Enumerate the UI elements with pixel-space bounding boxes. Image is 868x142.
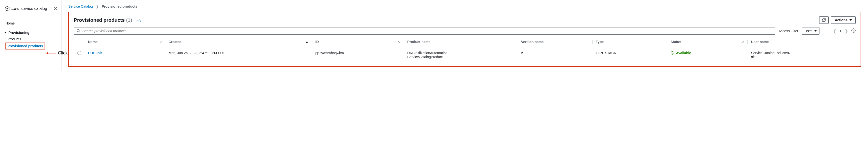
nav-products[interactable]: Products: [0, 36, 61, 42]
caret-down-icon: [4, 32, 6, 33]
search-box[interactable]: [74, 27, 775, 35]
provisioned-products-table: Name▽ Created▲ ID▽ Product name Version: [74, 37, 856, 63]
caret-down-icon: [814, 30, 817, 32]
col-version[interactable]: Version name: [518, 37, 592, 47]
nav-provisioned-products[interactable]: Provisioned products: [5, 42, 45, 49]
col-user-label: User name: [751, 40, 769, 44]
caret-down-icon: [849, 19, 852, 21]
panel-header: Provisioned products (1) Info: [74, 16, 856, 24]
cell-type: CFN_STACK: [596, 51, 616, 55]
svg-point-0: [77, 29, 79, 32]
access-filter-label: Access Filter: [779, 29, 799, 33]
sort-icon: ▽: [742, 40, 744, 43]
status-badge: Available: [671, 51, 691, 55]
breadcrumb: Service Catalog ❯ Provisioned products: [68, 4, 861, 8]
page-prev[interactable]: ❮: [833, 28, 837, 34]
close-icon[interactable]: ✕: [54, 5, 58, 11]
gear-icon: [851, 29, 856, 33]
cell-user: ServiceCatalogEndUserRole: [751, 51, 790, 59]
col-product[interactable]: Product name: [404, 37, 518, 47]
col-select: [74, 37, 85, 47]
aws-service-catalog-logo: aws service catalog: [4, 6, 47, 11]
col-created-label: Created: [168, 40, 182, 44]
col-status[interactable]: Status▽: [667, 37, 747, 47]
sort-asc-icon: ▲: [306, 40, 308, 43]
search-input[interactable]: [83, 29, 772, 33]
cell-version: v1: [521, 51, 525, 55]
col-type-label: Type: [596, 40, 604, 44]
nav-provisioning-label: Provisioning: [8, 31, 29, 35]
sidebar: aws service catalog ✕ Home Provisioning …: [0, 0, 61, 71]
page-title: Provisioned products (1): [74, 17, 132, 23]
breadcrumb-root[interactable]: Service Catalog: [68, 4, 93, 8]
page-number: 1: [840, 29, 841, 33]
page-next[interactable]: ❯: [844, 28, 848, 34]
refresh-button[interactable]: [819, 16, 829, 24]
nav-provisioned-products-label: Provisioned products: [7, 44, 43, 48]
col-status-label: Status: [671, 40, 681, 44]
pagination: ❮ 1 ❯: [833, 28, 856, 34]
refresh-icon: [822, 18, 826, 22]
main-content: Service Catalog ❯ Provisioned products P…: [61, 0, 868, 71]
page-title-count: (1): [126, 17, 132, 23]
chevron-right-icon: ❯: [96, 4, 99, 8]
brand-service: service catalog: [21, 6, 47, 11]
cell-product: DRSInitlizationAutomationServiceCatalogP…: [407, 51, 450, 59]
brand-aws: aws: [11, 6, 19, 11]
info-link[interactable]: Info: [136, 19, 142, 23]
cell-id: pp-fywlfrwhoqwkm: [315, 51, 344, 55]
actions-label: Actions: [835, 18, 847, 22]
access-filter-select[interactable]: User: [802, 27, 820, 35]
settings-button[interactable]: [851, 29, 856, 34]
table-header-row: Name▽ Created▲ ID▽ Product name Version: [74, 37, 856, 47]
cell-created: Mon, Jun 26, 2023, 2:47:11 PM EDT: [168, 51, 225, 55]
cube-icon: [4, 6, 10, 11]
sidebar-header: aws service catalog ✕: [0, 5, 61, 17]
nav-home[interactable]: Home: [0, 19, 61, 28]
col-version-label: Version name: [521, 40, 544, 44]
breadcrumb-current: Provisioned products: [102, 4, 137, 8]
actions-dropdown[interactable]: Actions: [831, 16, 856, 24]
toolbar: Access Filter User ❮ 1 ❯: [74, 27, 856, 35]
col-created[interactable]: Created▲: [165, 37, 312, 47]
col-name-label: Name: [88, 40, 97, 44]
col-id-label: ID: [315, 40, 319, 44]
provisioned-products-panel: Provisioned products (1) Info: [68, 12, 861, 67]
nav-section-provisioning[interactable]: Provisioning: [0, 28, 61, 36]
search-icon: [76, 29, 81, 33]
check-circle-icon: [671, 51, 674, 55]
status-text: Available: [676, 51, 691, 55]
svg-point-2: [853, 30, 854, 31]
col-id[interactable]: ID▽: [312, 37, 404, 47]
access-filter-value: User: [805, 29, 812, 33]
col-product-label: Product name: [407, 40, 430, 44]
col-name[interactable]: Name▽: [85, 37, 165, 47]
product-name-link[interactable]: DRS-Init: [88, 51, 102, 55]
svg-line-1: [79, 31, 80, 32]
sort-icon: ▽: [398, 40, 400, 43]
col-type[interactable]: Type: [592, 37, 667, 47]
nav: Home Provisioning Products Provisioned p…: [0, 17, 61, 51]
page-title-text: Provisioned products: [74, 17, 125, 23]
col-user[interactable]: User name: [747, 37, 856, 47]
arrow-left-icon: [48, 53, 57, 54]
table-row[interactable]: DRS-Init Mon, Jun 26, 2023, 2:47:11 PM E…: [74, 47, 856, 63]
header-actions: Actions: [819, 16, 856, 24]
sort-icon: ▽: [159, 40, 162, 43]
row-select-radio[interactable]: [77, 51, 81, 55]
